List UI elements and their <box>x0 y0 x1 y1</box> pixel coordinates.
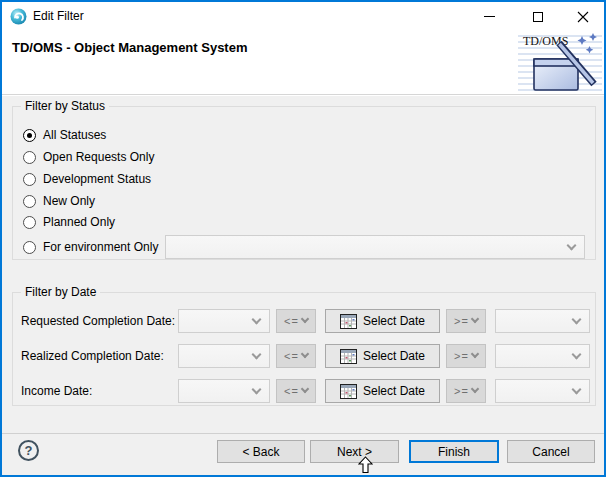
radio-icon <box>23 216 36 229</box>
calendar-icon <box>340 349 357 364</box>
edit-filter-dialog: Edit Filter TD/OMS - Object Management S… <box>0 0 606 477</box>
date-from-combo[interactable] <box>178 309 270 333</box>
calendar-icon <box>340 314 357 329</box>
page-title: TD/OMS - Object Management System <box>12 40 248 55</box>
up-arrow-cursor-icon <box>358 456 373 477</box>
chevron-down-icon <box>471 315 479 323</box>
minimize-button[interactable] <box>472 2 506 31</box>
maximize-button[interactable] <box>521 2 555 31</box>
select-date-button[interactable]: Select Date <box>325 379 440 403</box>
radio-option-for-environment-only[interactable]: For environment Only <box>23 239 158 255</box>
sparkle-icon <box>589 33 597 41</box>
close-icon <box>577 11 589 23</box>
finish-button[interactable]: Finish <box>409 440 499 463</box>
back-button[interactable]: < Back <box>217 440 305 463</box>
next-button[interactable]: Next > <box>310 440 399 463</box>
maximize-icon <box>533 12 543 22</box>
cancel-button[interactable]: Cancel <box>507 440 595 463</box>
date-row-requested-completion: Requested Completion Date: <= Select Dat… <box>13 309 595 333</box>
close-button[interactable] <box>566 2 600 31</box>
chevron-down-icon <box>301 350 309 358</box>
select-date-button[interactable]: Select Date <box>325 309 440 333</box>
date-from-combo[interactable] <box>178 344 270 368</box>
ge-operator-combo[interactable]: >= <box>446 309 486 333</box>
radio-option-new-only[interactable]: New Only <box>23 193 95 209</box>
help-button[interactable]: ? <box>18 440 39 461</box>
chevron-down-icon <box>252 385 262 395</box>
chevron-down-icon <box>252 315 262 325</box>
sparkle-icon <box>586 46 594 54</box>
calendar-icon <box>340 384 357 399</box>
group-legend: Filter by Status <box>21 99 109 114</box>
environment-combo[interactable] <box>165 235 585 259</box>
titlebar: Edit Filter <box>2 2 604 31</box>
radio-option-development-status[interactable]: Development Status <box>23 171 151 187</box>
le-operator-combo[interactable]: <= <box>276 344 316 368</box>
radio-icon <box>23 173 36 186</box>
date-to-combo[interactable] <box>495 344 590 368</box>
footer-separator <box>2 433 604 434</box>
chevron-down-icon <box>572 350 582 360</box>
radio-option-planned-only[interactable]: Planned Only <box>23 214 115 230</box>
sparkle-icon <box>578 36 587 45</box>
date-row-label: Realized Completion Date: <box>21 349 164 363</box>
chevron-down-icon <box>301 315 309 323</box>
help-icon: ? <box>25 443 33 458</box>
radio-option-all-statuses[interactable]: All Statuses <box>23 127 106 143</box>
dialog-header: TD/OMS - Object Management System TD/OMS <box>2 31 604 95</box>
radio-icon <box>23 241 36 254</box>
radio-icon <box>23 129 36 142</box>
date-row-realized-completion: Realized Completion Date: <= Select Date… <box>13 344 595 368</box>
filter-by-date-group: Filter by Date Requested Completion Date… <box>12 292 596 406</box>
le-operator-combo[interactable]: <= <box>276 309 316 333</box>
ge-operator-combo[interactable]: >= <box>446 379 486 403</box>
select-date-button[interactable]: Select Date <box>325 344 440 368</box>
window-title: Edit Filter <box>33 9 84 23</box>
minimize-icon <box>484 16 495 17</box>
chevron-down-icon <box>471 385 479 393</box>
app-icon <box>10 8 27 25</box>
tdoms-logo: TD/OMS <box>518 31 602 94</box>
date-to-combo[interactable] <box>495 379 590 403</box>
chevron-down-icon <box>471 350 479 358</box>
date-from-combo[interactable] <box>178 379 270 403</box>
date-row-label: Requested Completion Date: <box>21 314 175 328</box>
chevron-down-icon <box>572 315 582 325</box>
radio-icon <box>23 151 36 164</box>
chevron-down-icon <box>567 241 577 251</box>
date-row-label: Income Date: <box>21 384 92 398</box>
ge-operator-combo[interactable]: >= <box>446 344 486 368</box>
radio-option-open-requests-only[interactable]: Open Requests Only <box>23 149 154 165</box>
radio-icon <box>23 195 36 208</box>
chevron-down-icon <box>301 385 309 393</box>
le-operator-combo[interactable]: <= <box>276 379 316 403</box>
group-legend: Filter by Date <box>21 285 100 300</box>
date-to-combo[interactable] <box>495 309 590 333</box>
date-row-income-date: Income Date: <= Select Date >= <box>13 379 595 403</box>
chevron-down-icon <box>572 385 582 395</box>
filter-by-status-group: Filter by Status All Statuses Open Reque… <box>12 106 596 260</box>
dialog-content: Filter by Status All Statuses Open Reque… <box>2 96 604 475</box>
chevron-down-icon <box>252 350 262 360</box>
